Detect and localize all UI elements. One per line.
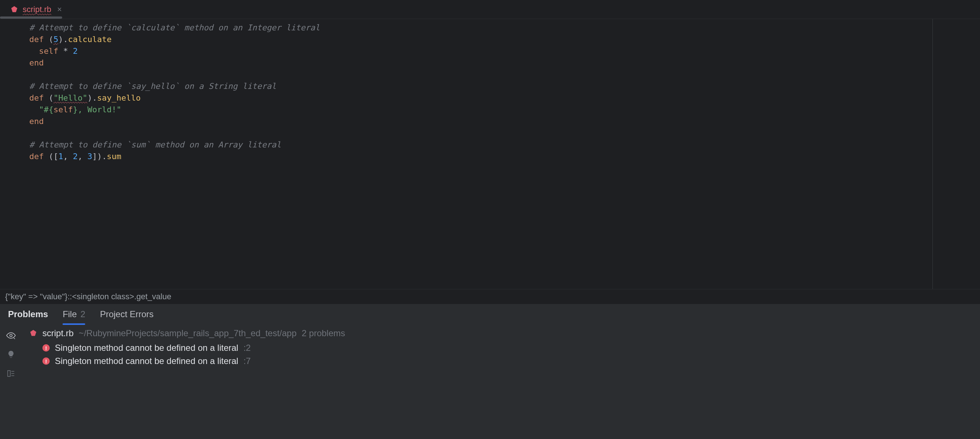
editor-gutter	[0, 19, 29, 289]
comma: ,	[78, 152, 88, 161]
svg-point-0	[10, 334, 13, 337]
problems-panel-body: script.rb ~/RubymineProjects/sample_rail…	[0, 324, 980, 439]
kw-end: end	[29, 58, 44, 67]
kw-def: def	[29, 93, 44, 102]
ruby-file-icon	[29, 329, 37, 337]
method-name: say_hello	[97, 93, 140, 102]
tab-scrollbar[interactable]	[0, 16, 62, 19]
problem-message: Singleton method cannot be defined on a …	[55, 356, 239, 366]
tab-label: File	[62, 309, 77, 319]
lightbulb-icon[interactable]	[5, 349, 17, 360]
string: }, World!"	[73, 105, 121, 114]
literal-5: 5	[53, 35, 58, 44]
op: *	[58, 46, 73, 56]
problems-panel-tabs: Problems File 2 Project Errors	[0, 304, 980, 324]
error-icon: !	[42, 344, 50, 351]
svg-rect-1	[8, 370, 10, 377]
problems-toolbar	[0, 324, 22, 439]
problems-file-header[interactable]: script.rb ~/RubymineProjects/sample_rail…	[29, 328, 973, 338]
kw-end: end	[29, 117, 44, 126]
code-line: # Attempt to define `calculate` method o…	[29, 23, 320, 32]
paren: (	[49, 93, 53, 102]
number: 2	[73, 152, 78, 161]
breadcrumb-bar[interactable]: {"key" => "value"}::<singleton class>.ge…	[0, 289, 980, 303]
eye-icon[interactable]	[5, 330, 17, 341]
ruby-file-icon	[10, 5, 18, 14]
method-name: calculate	[68, 35, 111, 44]
editor-minimap[interactable]	[932, 19, 980, 289]
code-line: # Attempt to define `sum` method on an A…	[29, 140, 281, 149]
tab-file[interactable]: File 2	[62, 304, 85, 324]
problem-message: Singleton method cannot be defined on a …	[55, 343, 239, 353]
error-icon: !	[42, 358, 50, 365]
problem-location: :2	[243, 343, 251, 353]
comma: ,	[63, 152, 73, 161]
editor-code[interactable]: # Attempt to define `calculate` method o…	[29, 19, 932, 289]
problem-item[interactable]: ! Singleton method cannot be defined on …	[29, 354, 973, 368]
problem-location: :7	[243, 356, 251, 366]
problems-file-count: 2 problems	[302, 328, 345, 338]
problem-item[interactable]: ! Singleton method cannot be defined on …	[29, 341, 973, 354]
problems-panel: Problems File 2 Project Errors script.rb	[0, 303, 980, 439]
paren: ([	[49, 152, 59, 161]
paren: ]).	[92, 152, 107, 161]
problems-file-name: script.rb	[42, 328, 73, 338]
kw-def: def	[29, 152, 44, 161]
literal-hello: "Hello"	[53, 93, 88, 102]
paren: ).	[88, 93, 97, 102]
editor-tab-bar: script.rb ×	[0, 0, 980, 19]
paren: ).	[59, 35, 68, 44]
editor-tab-filename: script.rb	[23, 5, 51, 14]
tab-problems[interactable]: Problems	[8, 304, 48, 324]
kw-def: def	[29, 35, 44, 44]
tab-project-errors[interactable]: Project Errors	[100, 304, 154, 324]
close-tab-icon[interactable]: ×	[56, 5, 63, 14]
problems-list: script.rb ~/RubymineProjects/sample_rail…	[22, 324, 980, 439]
string: "#{	[39, 105, 54, 114]
code-line: # Attempt to define `say_hello` on a Str…	[29, 81, 277, 91]
tab-label: Project Errors	[100, 309, 154, 319]
kw-self: self	[53, 105, 73, 114]
number: 3	[88, 152, 92, 161]
editor-area: # Attempt to define `calculate` method o…	[0, 19, 980, 289]
tab-count: 2	[80, 309, 85, 319]
number: 1	[59, 152, 63, 161]
method-name: sum	[107, 152, 121, 161]
layout-icon[interactable]	[5, 368, 17, 379]
editor-tab-script-rb[interactable]: script.rb ×	[3, 0, 71, 19]
tab-label: Problems	[8, 309, 48, 319]
number: 2	[73, 46, 78, 56]
kw-self: self	[39, 46, 59, 56]
problems-file-path: ~/RubymineProjects/sample_rails_app_7th_…	[79, 328, 297, 338]
paren: (	[49, 35, 53, 44]
